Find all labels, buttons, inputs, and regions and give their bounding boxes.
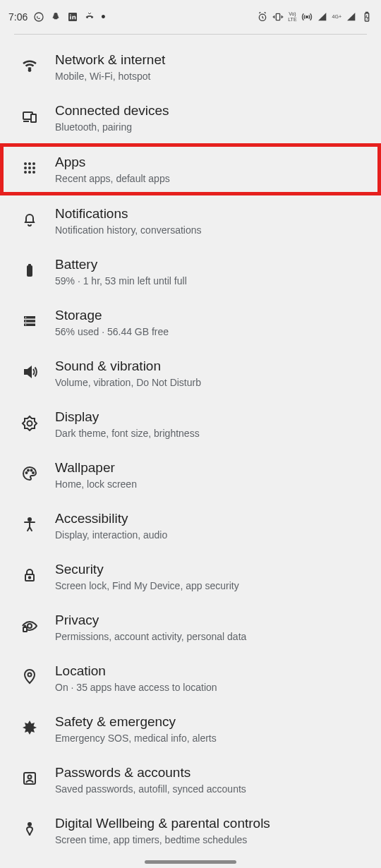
brightness-icon xyxy=(17,410,42,435)
svg-rect-11 xyxy=(31,114,36,122)
svg-point-34 xyxy=(32,472,34,474)
svg-point-16 xyxy=(24,167,27,169)
wellbeing-icon xyxy=(17,816,42,842)
emergency-icon xyxy=(17,715,42,740)
item-title: Accessibility xyxy=(55,510,364,527)
linkedin-icon xyxy=(67,11,78,23)
svg-rect-22 xyxy=(27,265,32,277)
accessibility-icon xyxy=(17,512,42,537)
item-title: Notifications xyxy=(55,205,364,222)
item-sub: On · 35 apps have access to location xyxy=(55,681,364,694)
item-title: Privacy xyxy=(55,612,364,629)
svg-point-37 xyxy=(29,577,30,578)
lock-icon xyxy=(17,562,42,588)
divider xyxy=(14,34,367,35)
settings-item-safety[interactable]: Safety & emergency Emergency SOS, medica… xyxy=(0,704,381,754)
item-sub: Display, interaction, audio xyxy=(55,529,364,541)
svg-point-33 xyxy=(31,470,32,471)
svg-point-43 xyxy=(28,776,32,779)
item-sub: Screen time, app timers, bedtime schedul… xyxy=(55,833,364,846)
item-title: Battery xyxy=(55,256,364,273)
item-title: Passwords & accounts xyxy=(55,764,364,781)
svg-point-44 xyxy=(28,823,31,826)
item-title: Display xyxy=(55,409,364,426)
settings-item-connected-devices[interactable]: Connected devices Bluetooth, pairing xyxy=(0,92,381,143)
item-sub: Saved passwords, autofill, synced accoun… xyxy=(55,783,364,795)
item-title: Wallpaper xyxy=(55,459,364,476)
signal-icon-2 xyxy=(346,11,357,23)
item-sub: Permissions, account activity, personal … xyxy=(55,630,364,643)
battery-icon xyxy=(17,258,42,283)
status-time: 7:06 xyxy=(8,11,28,23)
account-box-icon xyxy=(17,766,42,791)
bell-icon xyxy=(17,207,42,232)
settings-item-security[interactable]: Security Screen lock, Find My Device, ap… xyxy=(0,551,381,602)
item-sub: 59% · 1 hr, 53 min left until full xyxy=(55,275,364,287)
more-notifications-dot: • xyxy=(101,13,105,20)
svg-point-41 xyxy=(28,673,32,677)
settings-item-accessibility[interactable]: Accessibility Display, interaction, audi… xyxy=(0,500,381,551)
settings-item-storage[interactable]: Storage 56% used · 56.44 GB free xyxy=(0,297,381,348)
svg-point-29 xyxy=(25,324,27,325)
hotspot-icon xyxy=(301,11,313,23)
item-title: Storage xyxy=(55,307,364,324)
privacy-eye-icon xyxy=(17,613,42,639)
svg-rect-5 xyxy=(277,13,280,20)
svg-point-3 xyxy=(70,14,71,16)
status-left: 7:06 • xyxy=(8,11,106,23)
palette-icon xyxy=(17,461,42,486)
devices-icon xyxy=(17,104,42,129)
svg-point-13 xyxy=(24,162,27,165)
svg-point-30 xyxy=(28,421,32,426)
item-sub: Dark theme, font size, brightness xyxy=(55,427,364,440)
battery-charging-icon xyxy=(361,11,373,23)
vibrate-icon xyxy=(272,11,284,23)
svg-point-15 xyxy=(32,162,35,165)
settings-item-digital-wellbeing[interactable]: Digital Wellbeing & parental controls Sc… xyxy=(0,805,381,856)
item-sub: Mobile, Wi-Fi, hotspot xyxy=(55,70,364,83)
item-title: Digital Wellbeing & parental controls xyxy=(55,815,364,832)
svg-point-32 xyxy=(28,470,29,471)
settings-item-apps[interactable]: Apps Recent apps, default apps xyxy=(0,143,381,195)
item-sub: Screen lock, Find My Device, app securit… xyxy=(55,579,364,592)
settings-item-notifications[interactable]: Notifications Notification history, conv… xyxy=(0,195,381,246)
item-sub: Volume, vibration, Do Not Disturb xyxy=(55,376,364,389)
svg-point-21 xyxy=(32,171,35,174)
settings-item-location[interactable]: Location On · 35 apps have access to loc… xyxy=(0,653,381,704)
status-bar: 7:06 • Vo)LTE 4G+ xyxy=(0,0,381,34)
item-sub: Notification history, conversations xyxy=(55,224,364,236)
settings-item-sound[interactable]: Sound & vibration Volume, vibration, Do … xyxy=(0,348,381,399)
svg-rect-8 xyxy=(366,12,368,13)
svg-point-17 xyxy=(28,167,31,169)
svg-point-9 xyxy=(29,69,30,71)
svg-rect-23 xyxy=(28,264,31,266)
settings-item-network[interactable]: Network & internet Mobile, Wi-Fi, hotspo… xyxy=(0,42,381,92)
svg-point-20 xyxy=(28,171,31,174)
settings-list: Network & internet Mobile, Wi-Fi, hotspo… xyxy=(0,37,381,856)
item-title: Security xyxy=(55,561,364,578)
settings-item-display[interactable]: Display Dark theme, font size, brightnes… xyxy=(0,399,381,450)
settings-item-battery[interactable]: Battery 59% · 1 hr, 53 min left until fu… xyxy=(0,246,381,297)
location-pin-icon xyxy=(17,664,42,689)
svg-point-35 xyxy=(28,518,31,521)
settings-item-passwords[interactable]: Passwords & accounts Saved passwords, au… xyxy=(0,754,381,805)
svg-point-14 xyxy=(28,162,31,165)
settings-item-privacy[interactable]: Privacy Permissions, account activity, p… xyxy=(0,602,381,653)
svg-point-27 xyxy=(25,317,27,318)
item-title: Location xyxy=(55,663,364,680)
snapchat-icon xyxy=(50,11,61,23)
missed-call-icon xyxy=(84,11,95,23)
svg-point-38 xyxy=(28,624,32,628)
item-title: Safety & emergency xyxy=(55,713,364,730)
svg-point-28 xyxy=(25,320,27,322)
svg-point-18 xyxy=(32,167,35,169)
svg-point-19 xyxy=(24,171,27,174)
item-sub: Home, lock screen xyxy=(55,478,364,490)
settings-item-wallpaper[interactable]: Wallpaper Home, lock screen xyxy=(0,450,381,500)
nav-handle[interactable] xyxy=(145,860,236,864)
svg-rect-2 xyxy=(70,16,71,20)
item-sub: 56% used · 56.44 GB free xyxy=(55,325,364,338)
network-4g-badge: 4G+ xyxy=(332,14,341,20)
item-sub: Bluetooth, pairing xyxy=(55,121,364,133)
volte-indicator: Vo)LTE xyxy=(288,11,296,23)
